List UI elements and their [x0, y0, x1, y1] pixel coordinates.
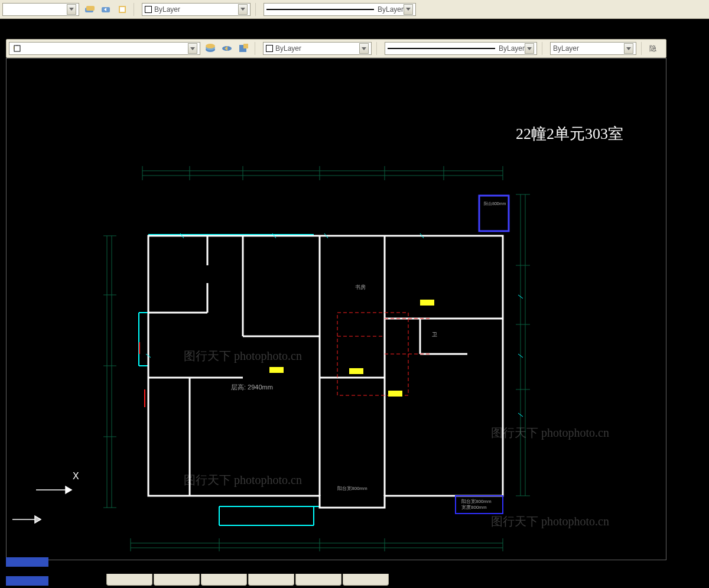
layer-dropdown[interactable]: 0: [9, 42, 200, 55]
lineweight-dropdown[interactable]: ByLayer: [550, 42, 636, 55]
svg-text:阳台宽800mm: 阳台宽800mm: [461, 499, 492, 504]
line-sample-icon: [388, 48, 495, 49]
layout-tab[interactable]: [106, 574, 152, 586]
separator: [255, 42, 258, 55]
chevron-down-icon: [404, 4, 413, 15]
linetype-label: ByLayer: [499, 44, 525, 53]
layout-tab[interactable]: [154, 574, 200, 586]
chevron-down-icon: [238, 4, 248, 15]
drawing-canvas[interactable]: 22幢2单元303室: [6, 58, 666, 560]
layout-tab[interactable]: [201, 574, 247, 586]
ucs-x-label: X: [73, 471, 79, 482]
area-label-text: 层高: 2940mm: [231, 384, 273, 391]
svg-rect-78: [420, 300, 434, 306]
svg-rect-15: [243, 44, 248, 48]
chevron-down-icon: [525, 43, 534, 54]
layer-manager-icon[interactable]: [83, 3, 96, 16]
color-swatch-icon: [145, 6, 152, 13]
layer-previous-icon[interactable]: [220, 42, 233, 55]
svg-text:书房: 书房: [355, 284, 366, 290]
svg-rect-4: [120, 7, 125, 12]
svg-text:阳台800mm: 阳台800mm: [484, 202, 506, 206]
separator: [255, 3, 259, 16]
foreground-toolbar: 0 ByLayer ByLayer ByLayer 隐: [6, 39, 666, 58]
chevron-down-icon: [624, 43, 633, 54]
svg-rect-9: [14, 46, 20, 51]
svg-marker-96: [35, 516, 41, 523]
chevron-down-icon: [67, 4, 76, 15]
separator: [641, 42, 645, 55]
background-toolbar: ByLayer ByLayer: [0, 0, 709, 19]
chevron-down-icon: [188, 43, 197, 54]
bg-line-dropdown[interactable]: ByLayer: [264, 3, 416, 16]
svg-rect-1: [86, 6, 95, 11]
linetype-dropdown[interactable]: ByLayer: [385, 42, 537, 55]
line-sample-icon: [266, 9, 374, 10]
model-layout-tabs: [106, 574, 389, 588]
bg-dropdown-1[interactable]: [2, 3, 79, 16]
layer-states-icon[interactable]: [116, 3, 129, 16]
new-layer-icon[interactable]: [237, 42, 250, 55]
svg-point-12: [206, 44, 215, 48]
status-highlight: [6, 576, 48, 586]
extra-label: 隐: [649, 44, 656, 54]
svg-rect-76: [349, 368, 363, 374]
svg-rect-68: [479, 196, 509, 231]
color-label: ByLayer: [275, 44, 301, 53]
separator: [542, 42, 545, 55]
svg-text:宽度800mm: 宽度800mm: [461, 505, 487, 510]
separator: [376, 42, 380, 55]
layout-tab[interactable]: [248, 574, 294, 586]
layer-color-icon: [13, 44, 21, 53]
status-highlight: [6, 557, 48, 567]
color-swatch-icon: [266, 45, 273, 52]
floor-plan-drawing: 层高: 2940mm 书房 卫 阳台宽800mm 阳台宽800mm 宽度800m…: [6, 59, 667, 561]
separator: [134, 3, 137, 16]
layer-manager-icon[interactable]: [204, 42, 217, 55]
chevron-down-icon: [359, 43, 369, 54]
bg-line-label: ByLayer: [378, 5, 404, 14]
svg-text:阳台宽800mm: 阳台宽800mm: [337, 486, 367, 491]
layout-tab[interactable]: [295, 574, 342, 586]
bg-color-dropdown[interactable]: ByLayer: [142, 3, 251, 16]
color-dropdown[interactable]: ByLayer: [263, 42, 372, 55]
bg-color-label: ByLayer: [154, 5, 180, 14]
layout-tab[interactable]: [343, 574, 389, 586]
lineweight-label: ByLayer: [553, 44, 579, 53]
layer-previous-icon[interactable]: [99, 3, 112, 16]
svg-rect-77: [388, 391, 402, 397]
svg-marker-94: [66, 486, 71, 493]
svg-rect-75: [269, 367, 284, 373]
svg-text:卫: 卫: [432, 332, 437, 337]
